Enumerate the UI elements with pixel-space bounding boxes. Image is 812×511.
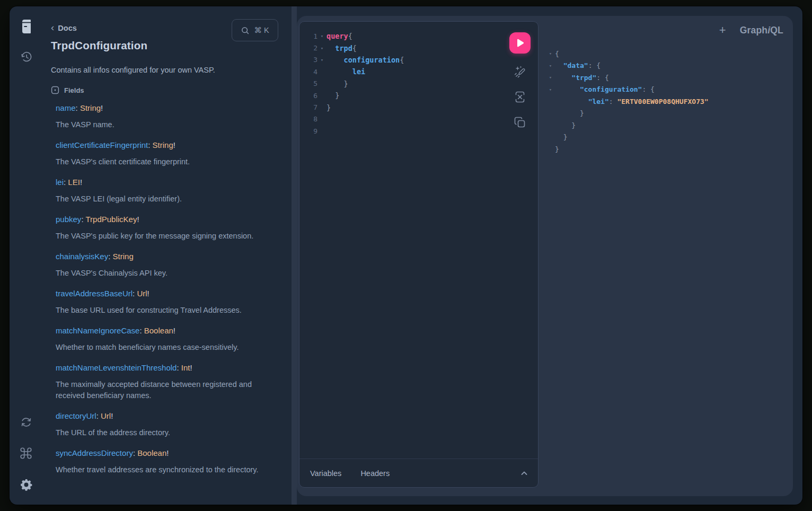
field-type-link[interactable]: String [80,103,101,112]
code-text: } [555,133,567,141]
field-type-link[interactable]: TrpdPublicKey [85,215,137,224]
field-item: directoryUrl: Url!The URL of the address… [56,411,278,438]
code-text: } [326,103,331,112]
field-item: clientCertificateFingerprint: String!The… [56,140,278,168]
indent [326,80,344,88]
field-name-link[interactable]: matchNameIgnoreCase [56,326,139,335]
tab-headers[interactable]: Headers [360,469,390,478]
history-icon [20,50,33,64]
plugin-sidebar [10,6,42,505]
code-line: 7} [299,101,538,113]
token: lei [352,67,365,76]
response-viewer: ▾{▾ "data": {▾ "trpd": {▾ "configuration… [546,48,793,155]
field-name-link[interactable]: matchNameLevenshteinThreshold [56,363,176,372]
field-name-link[interactable]: travelAddressBaseUrl [56,289,133,298]
field-required-mark: ! [190,363,192,372]
settings-button[interactable] [19,477,33,492]
token: "lei" [588,98,609,105]
fold-arrow-icon[interactable]: ▾ [546,75,555,80]
field-name-link[interactable]: pubkey [56,215,81,224]
field-description: The base URL used for constructing Trave… [56,305,268,316]
editor-tools-bar: Variables Headers [299,459,538,487]
search-shortcut-label: ⌘ K [254,26,269,34]
chevron-left-icon: ‹ [51,24,54,31]
query-editor[interactable]: 1▾query{2▾ trpd{3▾ configuration{4 lei5 … [299,22,538,459]
fold-arrow-icon[interactable]: ▾ [317,33,326,39]
collapse-tools-button[interactable] [520,469,528,478]
indent [555,133,563,141]
merge-fragments-button[interactable] [513,90,527,104]
tab-variables[interactable]: Variables [310,469,341,478]
field-required-mark: ! [111,411,113,420]
fold-arrow-icon[interactable]: ▾ [317,57,326,63]
docs-plugin-button[interactable] [19,19,33,34]
field-description: Whether travel addresses are synchronize… [56,464,268,475]
field-name-link[interactable]: clientCertificateFingerprint [56,140,148,149]
code-line: 9 [299,125,538,137]
field-name-link[interactable]: lei [56,178,64,187]
field-description: The VASP name. [56,119,268,130]
field-description: The VASP LEI (legal entity identifier). [56,193,268,205]
token: : [642,85,650,93]
docs-resize-divider[interactable] [292,6,297,505]
field-signature: chainalysisKey: String [56,252,278,261]
field-item: syncAddressDirectory: Boolean!Whether tr… [56,448,278,475]
token: "data" [563,61,588,69]
response-panel: + GraphiQL ▾{▾ "data": {▾ "trpd": {▾ "co… [546,16,793,496]
field-type-link[interactable]: Url [137,289,147,298]
field-colon: : [108,252,112,261]
code-line: 2▾ trpd{ [299,42,538,54]
search-input[interactable]: ⌘ K [232,19,278,41]
code-text: configuration{ [326,56,404,64]
code-line: 1▾query{ [299,30,538,42]
fold-arrow-icon[interactable]: ▾ [546,87,555,92]
field-type-link[interactable]: LEI [68,178,80,187]
line-number: 4 [299,68,317,76]
graphiql-logo: GraphiQL [740,25,783,36]
token: } [563,133,568,141]
indent [555,74,571,82]
field-type-link[interactable]: String [113,252,134,261]
code-text: } [326,91,339,100]
docs-back-label: Docs [58,24,76,32]
copy-query-button[interactable] [513,115,527,130]
execute-query-button[interactable] [509,32,531,54]
prettify-query-button[interactable] [513,64,527,79]
code-text: "data": { [555,61,601,69]
field-name-link[interactable]: directoryUrl [56,411,96,420]
field-signature: pubkey: TrpdPublicKey! [56,215,278,224]
command-icon [19,446,33,460]
field-type-link[interactable]: String [153,140,173,149]
field-type-link[interactable]: Boolean [137,448,166,457]
fields-heading-label: Fields [64,86,84,94]
field-name-link[interactable]: chainalysisKey [56,252,108,261]
field-colon: : [133,448,137,457]
fold-arrow-icon[interactable]: ▾ [546,51,555,56]
field-type-link[interactable]: Url [101,411,111,420]
fold-arrow-icon[interactable]: ▾ [546,63,555,68]
line-number: 1 [299,32,317,40]
field-description: The VASP's public key for the message si… [56,231,268,242]
field-colon: : [176,363,181,372]
add-tab-button[interactable]: + [719,24,726,36]
code-line: 6 } [299,90,538,101]
field-required-mark: ! [173,140,175,149]
code-text: lei [326,67,365,76]
graphiql-window: ‹ Docs ⌘ K TrpdConfiguration Contains al… [10,6,802,505]
field-name-link[interactable]: name [56,103,76,112]
token: { [555,50,559,58]
session-area: 1▾query{2▾ trpd{3▾ configuration{4 lei5 … [297,16,793,496]
field-signature: syncAddressDirectory: Boolean! [56,448,278,457]
field-type-link[interactable]: Boolean [144,326,173,335]
history-plugin-button[interactable] [19,49,33,64]
keyboard-shortcuts-button[interactable] [19,446,33,461]
chevron-up-icon [520,469,528,478]
session-header: + GraphiQL [546,16,793,36]
field-type-link[interactable]: Int [181,363,190,372]
refetch-schema-button[interactable] [19,415,33,429]
field-name-link[interactable]: syncAddressDirectory [56,448,133,457]
code-text: { [555,50,559,58]
fold-arrow-icon[interactable]: ▾ [317,46,326,51]
field-signature: travelAddressBaseUrl: Url! [56,289,278,298]
field-item: name: String!The VASP name. [56,103,278,130]
